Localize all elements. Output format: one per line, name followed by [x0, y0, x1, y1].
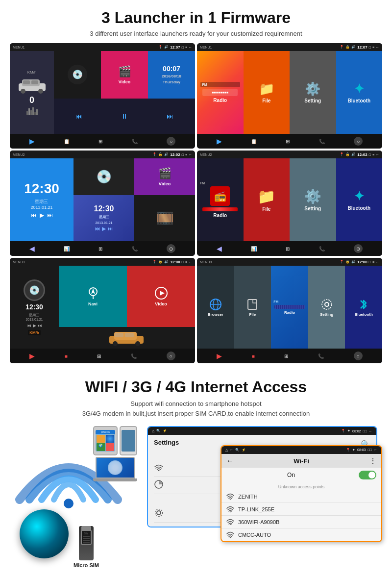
playback-controls: ⏮ ⏸ ⏭: [54, 99, 195, 134]
file-label-m3r: File: [249, 312, 256, 317]
status-icons-m1l: 📍🔊 12:07 □≡←: [158, 45, 192, 50]
wifi-detail-header: ← Wi-Fi ⋮: [221, 454, 381, 468]
menu-label-m1r: MENU1: [200, 46, 212, 49]
menu2-left-screen: MENU2 📍🔒🔊 12:02 □≡← 12:30 星期三2013.01.21 …: [10, 151, 195, 256]
network-360wifi[interactable]: 360WIFI-A9090B: [221, 516, 381, 528]
data-usage-icon-svg: [154, 480, 163, 489]
unknown-access-label: Unknown access points: [221, 482, 381, 490]
status-left: △🔍⚡: [152, 429, 167, 433]
browser-label: Browser: [208, 312, 223, 317]
bluetooth-label-m1r: Bluetooth: [347, 98, 370, 103]
setting-icon-m3r: [320, 298, 333, 311]
svg-rect-4: [23, 80, 30, 84]
bluetooth-label-m2r: Bluetooth: [347, 205, 370, 211]
wifi-toggle[interactable]: [359, 471, 376, 479]
wifi-signal-icon-2: [226, 506, 234, 512]
date-m3l: 星期三2013.01.21: [25, 313, 43, 321]
file-tile-m1r: 📁 File: [244, 51, 290, 134]
radio-label-m2r: Radio: [213, 213, 227, 218]
file-icon-m3r: [246, 298, 259, 311]
svg-rect-20: [248, 300, 257, 309]
file-label-m2r: File: [262, 206, 270, 212]
svg-point-31: [230, 537, 231, 538]
data-usage-icon: [154, 480, 164, 490]
device-phone: [120, 426, 137, 455]
svg-rect-5: [31, 80, 38, 84]
wifi-on-row: On: [221, 468, 381, 482]
general-icon: [154, 508, 164, 519]
general-icon-svg: [154, 508, 163, 517]
laptop-display: [97, 458, 134, 477]
video-tile-m1l: 🎬 Video: [101, 51, 148, 99]
wifi-demo-row: photos 🌍: [10, 426, 382, 573]
network-cmcc[interactable]: CMCC-AUTO: [221, 528, 381, 541]
svg-marker-10: [160, 291, 165, 296]
file-tile-m2r: 📁 File: [244, 158, 290, 241]
fm-bar: [274, 305, 305, 309]
wifi-on-label: On: [228, 472, 354, 478]
play-ctrl-m2l: ⏮ ▶ ⏭: [95, 226, 113, 231]
svg-point-13: [113, 341, 118, 346]
network-name-2: TP-LINK_255E: [238, 506, 274, 512]
status-icons-m3r: 📍🔒🔊 12:00 □≡←: [340, 260, 379, 264]
file-tile-m3r: File: [234, 266, 271, 349]
big-clock-m2l: 12:30: [24, 181, 59, 197]
home-btn-m2l: ⊙: [167, 244, 175, 253]
sim-text-inner: SIM: [82, 531, 91, 535]
svg-point-2: [21, 89, 25, 94]
status-icons-m2l: 📍🔒🔊 12:02 □≡←: [152, 152, 192, 157]
left-panel-car: KM/h 0: [10, 51, 54, 134]
disc-m3l: 💿: [24, 279, 45, 301]
video-icon-m3l: [154, 286, 168, 300]
wifi-signal-icon-4: [226, 531, 234, 538]
app-area-m3l: 💿 12:30 星期三2013.01.21 ⏮ ▶ ⏭ KM/h: [10, 266, 195, 349]
clock-panel-m2l: 12:30 星期三2013.01.21 ⏮ ▶ ⏭: [10, 158, 74, 241]
settings-screenshots-area: △🔍⚡ 📍✦08:02□□← Settings 🔍 Wireless & net…: [142, 426, 377, 528]
kmh-m3l: KM/h: [28, 330, 41, 335]
toggle-knob: [368, 472, 375, 478]
radio-label-m3r: Radio: [284, 310, 295, 315]
wifi-icon: [154, 464, 163, 471]
home-btn-m1l: ○: [167, 137, 175, 146]
sim-dongle-area: SIM Micro SIM: [74, 504, 99, 568]
svg-point-29: [230, 511, 231, 512]
status-icons-m3l: 📍🔒🔊 12:00 □≡←: [152, 260, 192, 264]
dongle-body: SIM: [79, 526, 94, 560]
radio-tile-m1r: FM ■■■■■■■■ Radio: [197, 51, 244, 134]
bluetooth-label-m3r: Bluetooth: [355, 312, 373, 317]
clock-tile-m2l: 12:30 星期三 2013.01.21 ⏮ ▶ ⏭: [74, 195, 134, 242]
network-tplink[interactable]: TP-LINK_255E: [221, 503, 381, 516]
bottom-dock-m1l: ▶ 📋 ⊞ 📞 ○: [10, 134, 195, 149]
menu-label-m1l: MENU1: [13, 46, 25, 49]
network-name-3: 360WIFI-A9090B: [238, 519, 279, 525]
svg-point-24: [158, 470, 160, 472]
wifi-desc: Support wifi connection to smartphone ho…: [10, 399, 382, 418]
svg-point-28: [230, 499, 231, 500]
status-right: 📍✦08:02□□←: [341, 429, 372, 433]
bluetooth-tile-m3r: Bluetooth: [345, 266, 382, 349]
settings-title: Settings: [154, 439, 179, 446]
status-icons-m2r: 📍🔒🔊 12:02 □≡←: [340, 152, 379, 157]
home-btn-m2r: ⊙: [354, 244, 363, 253]
menu3-right-screen: MENU3 📍🔒🔊 12:00 □≡← Browser: [197, 258, 382, 363]
menu3-left-screen: MENU3 📍🔒🔊 12:00 □≡← 💿 12:30 星期三2013.01.2…: [10, 258, 195, 363]
navi-tile-m3l: Navi: [59, 266, 127, 327]
svg-point-30: [230, 524, 231, 525]
wifi-detail-panel: △←🔍⚡ 📍✦08:03□□← ← Wi-Fi ⋮ On: [220, 445, 382, 542]
video-label-m1l: Video: [119, 79, 130, 84]
wifi-title: WIFI / 3G / 4G Internet Access: [10, 378, 382, 396]
sim-dongle: SIM: [79, 504, 94, 560]
setting-tile-m3r: Setting: [308, 266, 345, 349]
status-icons-m1r: 📍🔒🔊 12:07 □≡←: [340, 45, 379, 50]
video-label-m2l: Video: [159, 181, 171, 186]
laptop-screen: [96, 457, 135, 478]
setting-tile-m2r: ⚙️ Setting: [290, 158, 336, 241]
setting-label-m3r: Setting: [320, 312, 333, 317]
video-tile-m3l: Video: [127, 266, 195, 327]
bluetooth-icon-m3r: [358, 298, 369, 311]
car-area-m3l: [59, 327, 195, 349]
status-bar-m1l: MENU1 📍🔊 12:07 □≡←: [10, 43, 195, 51]
network-zenith[interactable]: ZENITH: [221, 490, 381, 503]
menu2-right-screen: MENU2 📍🔒🔊 12:02 □≡← FM 📻 Radio: [197, 151, 382, 256]
launcher-grid: MENU1 📍🔊 12:07 □≡← KM/h: [10, 43, 382, 363]
